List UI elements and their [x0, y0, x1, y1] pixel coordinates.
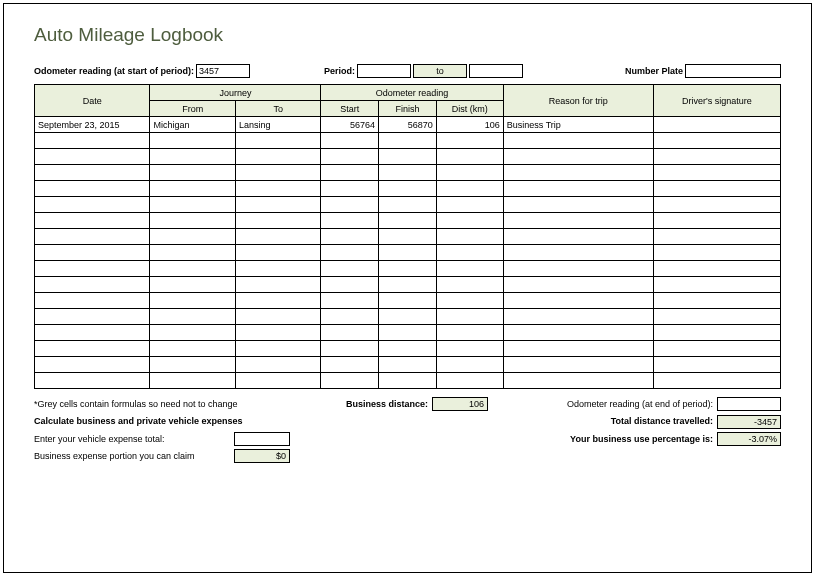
cell-from[interactable]	[150, 197, 235, 213]
cell-from[interactable]	[150, 165, 235, 181]
cell-start[interactable]	[321, 245, 379, 261]
cell-date[interactable]	[35, 165, 150, 181]
cell-finish[interactable]: 56870	[379, 117, 437, 133]
cell-to[interactable]	[235, 293, 320, 309]
cell-finish[interactable]	[379, 325, 437, 341]
cell-start[interactable]	[321, 293, 379, 309]
cell-start[interactable]	[321, 181, 379, 197]
expense-total-input[interactable]	[234, 432, 290, 446]
cell-finish[interactable]	[379, 357, 437, 373]
cell-start[interactable]: 56764	[321, 117, 379, 133]
cell-finish[interactable]	[379, 277, 437, 293]
cell-start[interactable]	[321, 373, 379, 389]
cell-start[interactable]	[321, 229, 379, 245]
cell-date[interactable]	[35, 149, 150, 165]
cell-reason[interactable]	[503, 261, 653, 277]
cell-finish[interactable]	[379, 165, 437, 181]
cell-date[interactable]	[35, 325, 150, 341]
cell-date[interactable]: September 23, 2015	[35, 117, 150, 133]
cell-finish[interactable]	[379, 341, 437, 357]
period-from-input[interactable]	[357, 64, 411, 78]
cell-to[interactable]	[235, 229, 320, 245]
cell-from[interactable]	[150, 293, 235, 309]
cell-start[interactable]	[321, 133, 379, 149]
cell-date[interactable]	[35, 341, 150, 357]
cell-start[interactable]	[321, 261, 379, 277]
cell-to[interactable]	[235, 309, 320, 325]
cell-date[interactable]	[35, 309, 150, 325]
cell-start[interactable]	[321, 213, 379, 229]
cell-to[interactable]	[235, 245, 320, 261]
cell-reason[interactable]	[503, 341, 653, 357]
cell-from[interactable]	[150, 245, 235, 261]
cell-finish[interactable]	[379, 133, 437, 149]
cell-from[interactable]	[150, 229, 235, 245]
cell-reason[interactable]	[503, 133, 653, 149]
period-to-input[interactable]	[469, 64, 523, 78]
cell-finish[interactable]	[379, 229, 437, 245]
cell-reason[interactable]	[503, 213, 653, 229]
cell-reason[interactable]	[503, 309, 653, 325]
cell-to[interactable]	[235, 197, 320, 213]
cell-reason[interactable]	[503, 229, 653, 245]
cell-signature[interactable]	[653, 229, 780, 245]
cell-signature[interactable]	[653, 261, 780, 277]
cell-to[interactable]	[235, 213, 320, 229]
cell-date[interactable]	[35, 357, 150, 373]
cell-finish[interactable]	[379, 245, 437, 261]
cell-finish[interactable]	[379, 261, 437, 277]
cell-finish[interactable]	[379, 309, 437, 325]
cell-signature[interactable]	[653, 357, 780, 373]
cell-to[interactable]	[235, 325, 320, 341]
cell-to[interactable]	[235, 165, 320, 181]
cell-to[interactable]: Lansing	[235, 117, 320, 133]
cell-to[interactable]	[235, 341, 320, 357]
cell-to[interactable]	[235, 149, 320, 165]
cell-reason[interactable]	[503, 373, 653, 389]
cell-signature[interactable]	[653, 293, 780, 309]
cell-to[interactable]	[235, 373, 320, 389]
cell-signature[interactable]	[653, 133, 780, 149]
cell-date[interactable]	[35, 181, 150, 197]
cell-date[interactable]	[35, 373, 150, 389]
cell-to[interactable]	[235, 181, 320, 197]
cell-from[interactable]	[150, 261, 235, 277]
cell-start[interactable]	[321, 341, 379, 357]
cell-signature[interactable]	[653, 213, 780, 229]
cell-start[interactable]	[321, 165, 379, 181]
cell-signature[interactable]	[653, 245, 780, 261]
cell-finish[interactable]	[379, 197, 437, 213]
cell-from[interactable]	[150, 149, 235, 165]
cell-date[interactable]	[35, 133, 150, 149]
odometer-start-input[interactable]: 3457	[196, 64, 250, 78]
cell-date[interactable]	[35, 245, 150, 261]
cell-start[interactable]	[321, 357, 379, 373]
cell-start[interactable]	[321, 149, 379, 165]
cell-finish[interactable]	[379, 213, 437, 229]
cell-signature[interactable]	[653, 277, 780, 293]
cell-signature[interactable]	[653, 165, 780, 181]
cell-reason[interactable]	[503, 181, 653, 197]
cell-from[interactable]	[150, 213, 235, 229]
cell-signature[interactable]	[653, 341, 780, 357]
cell-from[interactable]	[150, 325, 235, 341]
cell-signature[interactable]	[653, 181, 780, 197]
cell-to[interactable]	[235, 261, 320, 277]
cell-date[interactable]	[35, 229, 150, 245]
cell-signature[interactable]	[653, 149, 780, 165]
cell-reason[interactable]	[503, 293, 653, 309]
cell-signature[interactable]	[653, 197, 780, 213]
cell-to[interactable]	[235, 277, 320, 293]
cell-from[interactable]	[150, 373, 235, 389]
cell-reason[interactable]	[503, 325, 653, 341]
cell-from[interactable]	[150, 277, 235, 293]
cell-reason[interactable]	[503, 149, 653, 165]
cell-start[interactable]	[321, 309, 379, 325]
number-plate-input[interactable]	[685, 64, 781, 78]
cell-start[interactable]	[321, 197, 379, 213]
cell-from[interactable]	[150, 357, 235, 373]
cell-start[interactable]	[321, 277, 379, 293]
cell-date[interactable]	[35, 261, 150, 277]
cell-reason[interactable]	[503, 197, 653, 213]
cell-reason[interactable]	[503, 165, 653, 181]
